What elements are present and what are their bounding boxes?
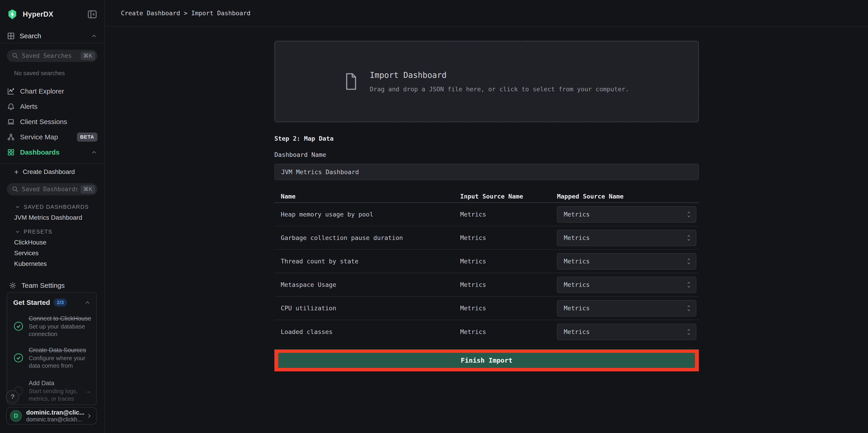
sidebar-item-label: Chart Explorer: [20, 87, 97, 95]
get-started-item-description: Start sending logs, metrics, or traces: [29, 388, 79, 402]
sidebar-item-client-sessions[interactable]: Client Sessions: [0, 114, 104, 129]
dashboard-name-label: Dashboard Name: [274, 151, 699, 158]
sidebar-item-label: Alerts: [20, 103, 97, 111]
presets-group-header[interactable]: PRESETS: [0, 228, 104, 236]
arrow-right-icon: →: [84, 386, 92, 395]
input-source-cell: Metrics: [460, 258, 557, 265]
saved-dashboards-input[interactable]: [22, 186, 78, 193]
saved-searches-search[interactable]: ⌘K: [7, 50, 97, 62]
select-chevrons-icon: [686, 210, 691, 219]
app-root: HyperDX Search ⌘K No saved searches: [0, 0, 868, 433]
collapse-sidebar-icon[interactable]: [87, 9, 97, 20]
get-started-item-text: Create Data Sources Configure where your…: [29, 346, 92, 370]
user-account-card[interactable]: D dominic.tran@clic... dominic.tran@clic…: [6, 407, 97, 425]
service-map-icon: [7, 133, 15, 141]
mapped-source-select[interactable]: Metrics: [557, 277, 696, 293]
dashboard-name-input[interactable]: [274, 164, 699, 180]
user-name: dominic.tran@clic...: [26, 409, 82, 416]
saved-searches-input[interactable]: [22, 52, 78, 59]
sidebar-item-label: Client Sessions: [20, 118, 97, 126]
select-chevrons-icon: [686, 257, 691, 266]
table-row: Loaded classes Metrics Metrics: [274, 320, 699, 343]
select-chevrons-icon: [686, 280, 691, 289]
mapped-source-value: Metrics: [564, 234, 686, 241]
get-started-progress-badge: 2/3: [54, 299, 67, 307]
logo-row: HyperDX: [0, 0, 104, 22]
get-started-header[interactable]: Get Started 2/3: [7, 292, 96, 307]
search-section-header[interactable]: Search: [0, 29, 104, 43]
saved-dashboards-search[interactable]: ⌘K: [7, 183, 97, 195]
chart-name-cell: Garbage collection pause duration: [274, 234, 460, 241]
table-row: Garbage collection pause duration Metric…: [274, 226, 699, 250]
chart-name-cell: Loaded classes: [274, 328, 460, 335]
get-started-item-title: Connect to ClickHouse: [29, 314, 92, 323]
chevron-up-icon: [91, 149, 97, 156]
mapped-source-select[interactable]: Metrics: [557, 300, 696, 316]
get-started-item-connect-clickhouse[interactable]: Connect to ClickHouse Set up your databa…: [7, 314, 96, 338]
import-dropzone[interactable]: Import Dashboard Drag and drop a JSON fi…: [274, 41, 699, 122]
sidebar-item-service-map[interactable]: Service Map BETA: [0, 129, 104, 145]
help-button[interactable]: ?: [6, 390, 19, 403]
user-email: dominic.tran@clickh...: [26, 416, 82, 423]
breadcrumb[interactable]: Create Dashboard > Import Dashboard: [121, 9, 250, 17]
check-circle-icon: [13, 321, 24, 332]
create-dashboard-label: Create Dashboard: [23, 168, 75, 176]
user-lines: dominic.tran@clic... dominic.tran@clickh…: [26, 409, 82, 423]
team-settings-label: Team Settings: [22, 282, 65, 289]
sidebar-item-kubernetes[interactable]: Kubernetes: [0, 258, 104, 269]
sidebar-item-services[interactable]: Services: [0, 248, 104, 258]
app-title: HyperDX: [23, 10, 82, 19]
select-chevrons-icon: [686, 233, 691, 243]
file-icon: [344, 73, 358, 90]
annotation-highlight: Finish Import: [274, 349, 699, 371]
get-started-item-add-data[interactable]: Add Data Start sending logs, metrics, or…: [7, 379, 96, 402]
presets-group-label: PRESETS: [24, 228, 52, 235]
sidebar-item-clickhouse[interactable]: ClickHouse: [0, 237, 104, 248]
chart-explorer-icon: [7, 87, 15, 95]
search-section-label: Search: [20, 32, 86, 40]
mapping-table: Name Input Source Name Mapped Source Nam…: [274, 190, 699, 343]
sidebar-item-jvm-metrics-dashboard[interactable]: JVM Metrics Dashboard: [0, 212, 104, 223]
chevron-down-icon: [14, 204, 21, 210]
step-label: Step 2: Map Data: [274, 135, 699, 142]
bell-icon: [7, 102, 15, 111]
create-dashboard-button[interactable]: + Create Dashboard: [0, 164, 104, 180]
mapped-source-select[interactable]: Metrics: [557, 230, 696, 246]
chevron-down-icon: [14, 229, 21, 235]
chart-name-cell: CPU utilization: [274, 305, 460, 312]
get-started-item-create-data-sources[interactable]: Create Data Sources Configure where your…: [7, 346, 96, 370]
input-source-cell: Metrics: [460, 234, 557, 241]
get-started-item-title: Add Data: [29, 379, 79, 388]
import-content: Import Dashboard Drag and drop a JSON fi…: [274, 41, 699, 371]
get-started-item-description: Set up your database connection: [29, 323, 92, 338]
saved-dashboards-group-label: SAVED DASHBOARDS: [24, 204, 89, 210]
sidebar-item-label: Service Map: [20, 133, 72, 141]
no-saved-searches-text: No saved searches: [14, 70, 104, 77]
table-header-row: Name Input Source Name Mapped Source Nam…: [274, 190, 699, 203]
beta-badge: BETA: [77, 132, 97, 142]
finish-import-button[interactable]: Finish Import: [278, 353, 695, 368]
sidebar-item-chart-explorer[interactable]: Chart Explorer: [0, 84, 104, 99]
sidebar-item-team-settings[interactable]: Team Settings: [0, 277, 104, 294]
get-started-item-title: Create Data Sources: [29, 346, 92, 354]
saved-dashboards-shortcut: ⌘K: [81, 185, 95, 193]
dropzone-title: Import Dashboard: [370, 70, 629, 80]
input-source-cell: Metrics: [460, 305, 557, 312]
mapped-source-select[interactable]: Metrics: [557, 324, 696, 340]
search-icon: [12, 186, 19, 193]
mapped-source-select[interactable]: Metrics: [557, 253, 696, 270]
mapped-source-value: Metrics: [564, 258, 686, 265]
sidebar-item-alerts[interactable]: Alerts: [0, 99, 104, 114]
select-chevrons-icon: [686, 304, 691, 313]
plus-icon: +: [14, 168, 19, 176]
saved-dashboards-group-header[interactable]: SAVED DASHBOARDS: [0, 203, 104, 211]
search-icon: [12, 52, 19, 59]
chevron-up-icon: [84, 299, 91, 306]
sidebar-nav: Chart Explorer Alerts Client Sessions: [0, 84, 104, 160]
column-header-input-source: Input Source Name: [460, 193, 557, 200]
mapped-source-select[interactable]: Metrics: [557, 206, 696, 223]
sidebar-item-dashboards[interactable]: Dashboards: [0, 145, 104, 160]
search-section-icon: [7, 32, 15, 40]
get-started-panel: Get Started 2/3 Connect to ClickHouse Se…: [7, 292, 97, 405]
input-source-cell: Metrics: [460, 328, 557, 335]
